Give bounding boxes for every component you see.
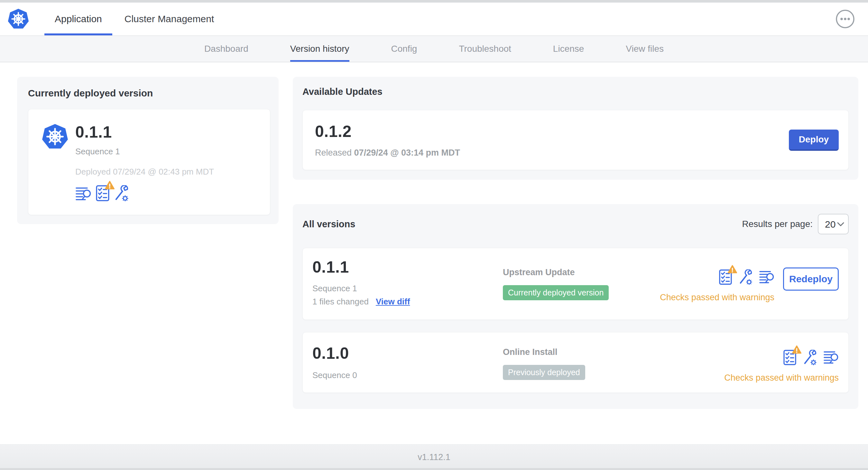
checks-status: Checks passed with warnings	[724, 373, 839, 383]
deployed-date-value: 07/29/24 @ 02:43 pm MDT	[113, 167, 214, 176]
files-changed: 1 files changed	[312, 297, 369, 307]
all-versions-header: All versions Results per page: 20	[302, 214, 849, 234]
edit-config-button[interactable]	[738, 269, 752, 285]
released-prefix: Released	[315, 148, 354, 158]
version-actions-column: Checks passed with warnings Redeploy	[660, 269, 839, 303]
view-diff-link[interactable]: View diff	[376, 297, 410, 307]
deployed-version-info: 0.1.1 Sequence 1 Deployed 07/29/24 @ 02:…	[75, 123, 214, 201]
checks-status: Checks passed with warnings	[660, 293, 774, 303]
edit-config-button[interactable]	[114, 185, 129, 201]
app-logo	[8, 3, 29, 35]
version-source-column: Upstream Update Currently deployed versi…	[503, 258, 660, 300]
log-search-icon	[759, 270, 774, 284]
header-spacer	[226, 3, 835, 35]
results-per-page-label: Results per page:	[742, 219, 813, 229]
ellipsis-icon	[835, 9, 855, 29]
currently-deployed-title: Currently deployed version	[28, 88, 270, 99]
warning-triangle-icon	[728, 265, 737, 273]
all-versions-title: All versions	[302, 219, 355, 230]
row-sequence: Sequence 0	[312, 370, 503, 380]
app-footer: v1.112.1	[0, 444, 868, 470]
header-tabs: Application Cluster Management	[44, 3, 226, 35]
deployed-sequence: Sequence 1	[75, 146, 214, 157]
warning-triangle-icon	[792, 345, 801, 354]
overflow-menu-button[interactable]	[835, 9, 855, 29]
deployed-date: Deployed 07/29/24 @ 02:43 pm MDT	[75, 167, 214, 177]
version-source-column: Online Install Previously deployed	[503, 342, 724, 380]
status-badge: Currently deployed version	[503, 285, 609, 300]
available-update-info: 0.1.2 Released 07/29/24 @ 03:14 pm MDT	[315, 122, 460, 158]
view-logs-button[interactable]	[759, 270, 774, 284]
view-logs-button[interactable]	[823, 350, 839, 365]
log-search-icon	[823, 350, 839, 365]
view-logs-button[interactable]	[75, 187, 91, 201]
version-info-column: 0.1.1 Sequence 1 1 files changed View di…	[312, 258, 503, 307]
tab-config[interactable]: Config	[391, 36, 417, 62]
version-icons	[783, 350, 839, 365]
app-header: Application Cluster Management	[0, 3, 868, 36]
preflight-checks-button[interactable]	[783, 350, 796, 365]
results-per-page: Results per page: 20	[742, 214, 849, 234]
version-icons-stack: Checks passed with warnings	[660, 269, 774, 303]
version-icons	[719, 269, 774, 285]
status-badge: Previously deployed	[503, 365, 585, 380]
deployed-version-actions	[75, 185, 214, 201]
results-per-page-select[interactable]: 20	[818, 214, 849, 234]
preflight-checks-button[interactable]	[96, 185, 110, 201]
deploy-button[interactable]: Deploy	[789, 130, 839, 151]
wrench-gear-icon	[803, 350, 817, 365]
right-column: Available Updates 0.1.2 Released 07/29/2…	[293, 77, 858, 409]
version-info-column: 0.1.0 Sequence 0	[312, 342, 503, 380]
tab-troubleshoot[interactable]: Troubleshoot	[459, 36, 511, 62]
window-bottom-edge	[0, 468, 868, 470]
version-row: 0.1.0 Sequence 0 Online Install Previous…	[302, 332, 849, 393]
available-updates-title: Available Updates	[302, 87, 849, 97]
redeploy-button[interactable]: Redeploy	[783, 267, 839, 291]
version-source: Upstream Update	[503, 267, 660, 277]
row-version-number: 0.1.0	[312, 344, 503, 363]
window-top-edge	[0, 0, 868, 3]
tab-dashboard[interactable]: Dashboard	[204, 36, 248, 62]
deployed-version-number: 0.1.1	[75, 123, 214, 141]
log-search-icon	[75, 187, 91, 201]
update-released-date: Released 07/29/24 @ 03:14 pm MDT	[315, 148, 460, 158]
available-updates-panel: Available Updates 0.1.2 Released 07/29/2…	[293, 77, 858, 180]
deployed-date-prefix: Deployed	[75, 167, 113, 176]
update-version-number: 0.1.2	[315, 122, 460, 141]
console-version: v1.112.1	[417, 452, 451, 462]
files-changed-line: 1 files changed View diff	[312, 297, 503, 307]
warning-triangle-icon	[105, 181, 115, 189]
tab-view-files[interactable]: View files	[626, 36, 664, 62]
version-actions-column: Checks passed with warnings	[724, 350, 839, 383]
row-sequence: Sequence 1	[312, 283, 503, 294]
currently-deployed-panel: Currently deployed version 0.1.1 Sequenc…	[17, 77, 279, 224]
deployed-version-card: 0.1.1 Sequence 1 Deployed 07/29/24 @ 02:…	[28, 109, 270, 215]
tab-application[interactable]: Application	[44, 3, 112, 35]
app-subnav: Dashboard Version history Config Trouble…	[0, 36, 868, 62]
wrench-gear-icon	[114, 185, 129, 201]
preflight-checks-button[interactable]	[719, 269, 732, 285]
version-source: Online Install	[503, 347, 724, 357]
tab-cluster-management[interactable]: Cluster Management	[114, 3, 224, 35]
results-per-page-select-wrap: 20	[818, 214, 849, 234]
tab-license[interactable]: License	[553, 36, 584, 62]
wrench-gear-icon	[738, 269, 752, 285]
main-content: Currently deployed version 0.1.1 Sequenc…	[0, 62, 868, 409]
released-value: 07/29/24 @ 03:14 pm MDT	[354, 148, 460, 158]
tab-version-history[interactable]: Version history	[290, 36, 349, 62]
kubernetes-logo-icon	[8, 8, 29, 30]
available-update-card: 0.1.2 Released 07/29/24 @ 03:14 pm MDT D…	[302, 110, 849, 170]
app-icon	[42, 123, 68, 152]
kubernetes-logo-icon	[42, 123, 68, 150]
version-row: 0.1.1 Sequence 1 1 files changed View di…	[302, 248, 849, 320]
version-icons-stack: Checks passed with warnings	[724, 350, 839, 383]
edit-config-button[interactable]	[803, 350, 817, 365]
row-version-number: 0.1.1	[312, 258, 503, 276]
all-versions-panel: All versions Results per page: 20	[293, 204, 858, 409]
